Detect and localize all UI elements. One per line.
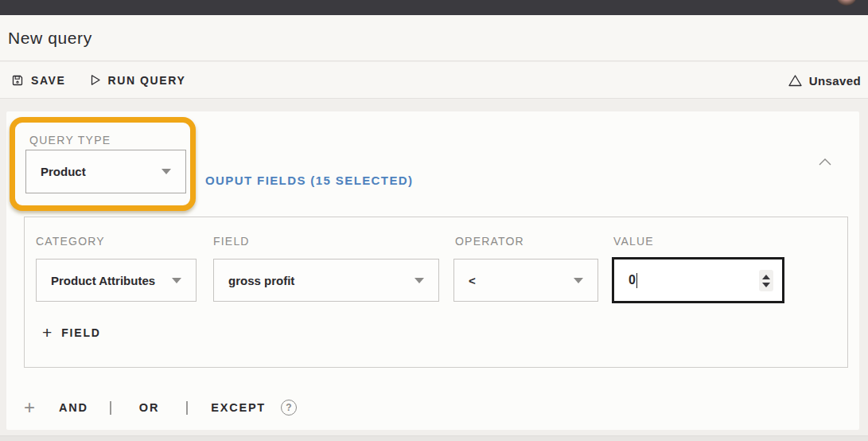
filter-group: CATEGORY FIELD OPERATOR VALUE Product At… bbox=[24, 217, 848, 368]
category-label: CATEGORY bbox=[36, 235, 105, 248]
save-icon bbox=[11, 74, 24, 87]
stepper-down-icon[interactable] bbox=[762, 283, 770, 287]
field-label: FIELD bbox=[213, 235, 250, 248]
caret-down-icon bbox=[574, 278, 583, 283]
category-selected-value: Product Attributes bbox=[51, 274, 155, 287]
text-cursor bbox=[636, 273, 637, 288]
query-type-select[interactable]: Product bbox=[25, 150, 186, 193]
and-button[interactable]: AND bbox=[59, 401, 88, 414]
add-condition-plus-icon[interactable]: + bbox=[24, 400, 35, 416]
value-input-text: 0 bbox=[629, 273, 636, 287]
operator-selected-value: < bbox=[469, 274, 476, 287]
or-button[interactable]: OR bbox=[139, 401, 159, 414]
plus-icon: + bbox=[42, 326, 52, 340]
caret-down-icon bbox=[162, 169, 171, 174]
query-type-selected-value: Product bbox=[41, 165, 86, 178]
title-bar: New query bbox=[0, 15, 868, 61]
play-icon bbox=[90, 74, 101, 86]
query-builder-card: QUERY TYPE Product OUPUT FIELDS (15 SELE… bbox=[6, 111, 859, 430]
caret-down-icon bbox=[172, 278, 181, 283]
caret-down-icon bbox=[415, 278, 424, 283]
user-avatar[interactable] bbox=[836, 0, 857, 6]
separator bbox=[186, 401, 188, 415]
stepper-up-icon[interactable] bbox=[762, 275, 770, 279]
field-select[interactable]: gross profit bbox=[213, 259, 439, 302]
query-type-highlight-annotation: QUERY TYPE Product bbox=[10, 117, 196, 211]
status-label: Unsaved bbox=[809, 74, 861, 88]
chevron-up-icon bbox=[818, 158, 832, 166]
except-button[interactable]: EXCEPT bbox=[211, 401, 266, 414]
number-stepper[interactable] bbox=[759, 270, 773, 291]
query-type-label: QUERY TYPE bbox=[29, 134, 111, 146]
output-fields-link[interactable]: OUPUT FIELDS (15 SELECTED) bbox=[205, 174, 413, 187]
page-title: New query bbox=[8, 29, 92, 48]
add-field-button[interactable]: + FIELD bbox=[42, 326, 101, 340]
run-query-button[interactable]: RUN QUERY bbox=[90, 74, 186, 87]
logic-operator-row: + AND OR EXCEPT ? bbox=[24, 398, 297, 417]
field-selected-value: gross profit bbox=[228, 274, 294, 287]
top-chrome-bar bbox=[0, 0, 868, 15]
operator-label: OPERATOR bbox=[455, 235, 524, 248]
add-field-button-label: FIELD bbox=[61, 326, 100, 339]
next-card-edge bbox=[0, 435, 868, 441]
separator bbox=[110, 401, 111, 415]
save-button-label: SAVE bbox=[31, 74, 66, 87]
help-icon[interactable]: ? bbox=[281, 400, 297, 416]
save-button[interactable]: SAVE bbox=[11, 74, 66, 87]
status-badge: Unsaved bbox=[788, 62, 861, 99]
warning-triangle-icon bbox=[788, 74, 803, 88]
collapse-section-button[interactable] bbox=[816, 154, 834, 169]
value-input[interactable]: 0 bbox=[612, 257, 784, 303]
operator-select[interactable]: < bbox=[453, 259, 598, 302]
query-toolbar: SAVE RUN QUERY Unsaved bbox=[0, 62, 868, 99]
run-query-button-label: RUN QUERY bbox=[108, 74, 186, 87]
category-select[interactable]: Product Attributes bbox=[36, 259, 197, 302]
value-label: VALUE bbox=[613, 235, 654, 248]
